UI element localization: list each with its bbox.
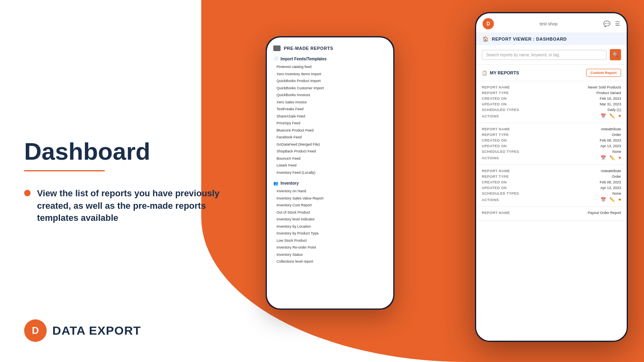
list-item[interactable]: Inventory Re-order Point <box>273 244 387 251</box>
premade-reports-header: PRE-MADE REPORTS <box>273 45 387 51</box>
menu-icon[interactable]: ☰ <box>615 21 620 27</box>
custom-report-button[interactable]: Custom Report <box>586 69 621 77</box>
import-label: Import Feeds/Templates <box>281 57 326 61</box>
report-type-row: REPORT TYPE Product Variant <box>482 91 621 95</box>
subsection-import: 📄 Import Feeds/Templates Pinterest catal… <box>273 57 387 176</box>
bullet-dot <box>24 190 31 196</box>
table-row: REPORT NAME Payout Order Report <box>476 207 627 221</box>
report-name-label: REPORT NAME <box>482 211 510 215</box>
list-item[interactable]: Inventory Status <box>273 251 387 259</box>
home-icon[interactable]: 🏠 <box>483 36 489 42</box>
list-item[interactable]: QuickBooks Product Import <box>273 78 387 85</box>
list-item[interactable]: GoDataFeed (Merged File) <box>273 141 387 148</box>
calendar-icon[interactable]: 📅 <box>601 113 606 119</box>
list-item[interactable]: Low Stock Product <box>273 237 387 245</box>
subsection-import-title: 📄 Import Feeds/Templates <box>273 57 387 61</box>
action-icons: 📅 ✏️ ♥ <box>601 113 621 119</box>
logo-letter: D <box>32 325 39 336</box>
updated-value: Apr 13, 2023 <box>600 186 621 190</box>
list-item[interactable]: Inventory Feed (Locally) <box>273 169 387 177</box>
list-item[interactable]: Inventory level Indicator <box>273 216 387 223</box>
scheduled-label: Scheduled Types <box>482 150 519 154</box>
created-value: Feb 08, 2023 <box>600 138 621 142</box>
import-items: Pinterest catalog feed Xero Inventory It… <box>273 64 387 176</box>
premade-reports-title: PRE-MADE REPORTS <box>284 46 333 51</box>
report-name-value: Never Sold Products <box>588 85 621 89</box>
actions-row: ACTIONS 📅 ✏️ ♥ <box>482 197 621 202</box>
list-item[interactable]: QuickBooks Invoices <box>273 92 387 99</box>
dashboard-header: D test shop 💬 ☰ <box>476 13 627 33</box>
bottom-logo: D DATA EXPORT <box>24 319 141 342</box>
phone-left-inner: PRE-MADE REPORTS 📄 Import Feeds/Template… <box>267 37 393 309</box>
breadcrumb-text: REPORT VIEWER : DASHBOARD <box>492 37 567 41</box>
report-name-row: REPORT NAME Payout Order Report <box>482 211 621 215</box>
list-item[interactable]: Inventory by Product Type <box>273 230 387 237</box>
table-row: REPORT NAME noteattribute REPORT TYPE Or… <box>476 123 627 165</box>
edit-icon[interactable]: ✏️ <box>609 197 615 202</box>
search-wrapper: Search reports by name, keyword, or tag. <box>482 50 607 60</box>
list-item[interactable]: Bluecore Product Feed <box>273 127 387 134</box>
table-row: REPORT NAME noteattribute REPORT TYPE Or… <box>476 165 627 207</box>
list-item[interactable]: Inventory by Location <box>273 223 387 230</box>
list-item[interactable]: Xero Sales Invoice <box>273 99 387 106</box>
inventory-icon: 👥 <box>273 181 278 185</box>
report-type-label: REPORT TYPE <box>482 133 509 137</box>
subsection-inventory-title: 👥 Inventory <box>273 181 387 185</box>
updated-row: UPDATED ON Mar 31, 2023 <box>482 102 621 106</box>
report-name-label: REPORT NAME <box>482 127 510 131</box>
list-item[interactable]: Inventory Sales Value Report <box>273 195 387 202</box>
list-item[interactable]: TestFreaks Feed <box>273 106 387 113</box>
updated-row: UPDATED ON Apr 13, 2023 <box>482 186 621 190</box>
scheduled-row: Scheduled Types None <box>482 191 621 195</box>
report-type-label: REPORT TYPE <box>482 175 509 179</box>
heart-icon[interactable]: ♥ <box>618 155 621 160</box>
heart-icon[interactable]: ♥ <box>618 197 621 202</box>
left-content: Dashboard View the list of reports you h… <box>24 0 225 362</box>
page-title: Dashboard <box>24 138 225 165</box>
created-row: CREATED ON Feb 08, 2023 <box>482 180 621 184</box>
report-type-row: REPORT TYPE Order <box>482 133 621 137</box>
inventory-label: Inventory <box>281 181 299 185</box>
scheduled-value: None <box>612 191 621 195</box>
calendar-icon[interactable]: 📅 <box>601 155 606 160</box>
updated-label: UPDATED ON <box>482 186 507 190</box>
created-row: CREATED ON Feb 16, 2023 <box>482 97 621 101</box>
updated-row: UPDATED ON Apr 13, 2023 <box>482 144 621 148</box>
list-item[interactable]: Listark Feed <box>273 162 387 169</box>
list-item[interactable]: BounceX Feed <box>273 155 387 162</box>
created-label: CREATED ON <box>482 138 507 142</box>
list-item[interactable]: Collections level report <box>273 258 387 265</box>
edit-icon[interactable]: ✏️ <box>609 155 615 160</box>
list-item[interactable]: Out of Stock Product <box>273 209 387 216</box>
search-button[interactable]: 🔍 <box>610 49 621 60</box>
bullet-point: View the list of reports you have previo… <box>24 187 225 224</box>
header-icons: 💬 ☰ <box>603 21 620 27</box>
list-item[interactable]: Inventory Cost Report <box>273 202 387 209</box>
calendar-icon[interactable]: 📅 <box>601 197 606 202</box>
list-item[interactable]: Xero Inventory Items Import <box>273 71 387 78</box>
report-name-label: REPORT NAME <box>482 169 510 173</box>
phone-right-inner: D test shop 💬 ☰ 🏠 REPORT VIEWER : DASHBO… <box>476 13 627 341</box>
reports-list: REPORT NAME Never Sold Products REPORT T… <box>476 81 627 341</box>
list-item[interactable]: Facebook Feed <box>273 134 387 141</box>
list-item[interactable]: Inventory on Hand <box>273 188 387 195</box>
updated-label: UPDATED ON <box>482 144 507 148</box>
inventory-items: Inventory on Hand Inventory Sales Value … <box>273 188 387 265</box>
list-item[interactable]: QuickBooks Customer Import <box>273 85 387 92</box>
list-item[interactable]: ShopBack Product Feed <box>273 148 387 155</box>
created-label: CREATED ON <box>482 97 507 101</box>
list-item[interactable]: Pinterest catalog feed <box>273 64 387 71</box>
list-item[interactable]: ShareASale Feed <box>273 113 387 120</box>
list-item[interactable]: PriceSpy Feed <box>273 120 387 127</box>
heart-icon[interactable]: ♥ <box>618 113 621 119</box>
my-reports-bar: 📋 MY REPORTS Custom Report <box>476 65 627 81</box>
scheduled-value: None <box>612 150 621 154</box>
search-bar: Search reports by name, keyword, or tag.… <box>476 45 627 65</box>
actions-label: ACTIONS <box>482 114 499 118</box>
report-name-value: noteattribute <box>601 127 621 131</box>
scheduled-row: Scheduled Types Daily (1) <box>482 108 621 112</box>
edit-icon[interactable]: ✏️ <box>609 113 615 119</box>
chat-icon[interactable]: 💬 <box>603 21 610 27</box>
scheduled-label: Scheduled Types <box>482 191 519 195</box>
report-name-label: REPORT NAME <box>482 85 510 89</box>
